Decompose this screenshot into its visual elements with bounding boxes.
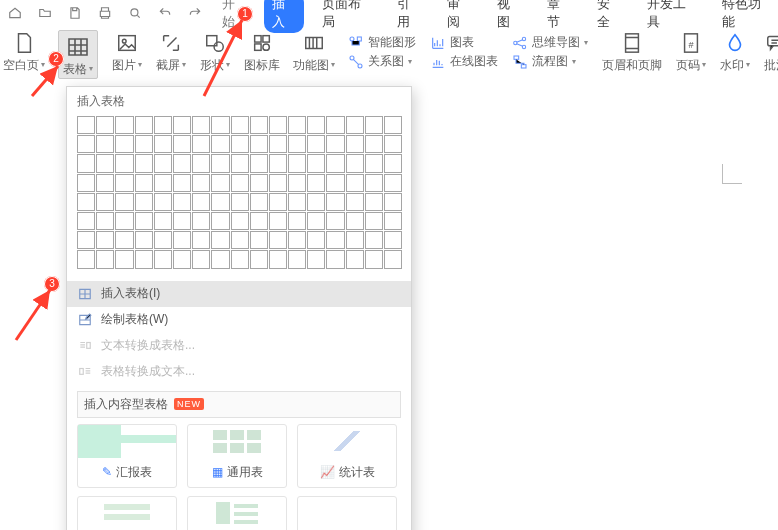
- dd-insert-table[interactable]: 插入表格(I): [67, 281, 411, 307]
- grid-cell[interactable]: [346, 212, 364, 230]
- grid-cell[interactable]: [211, 135, 229, 153]
- grid-cell[interactable]: [115, 231, 133, 249]
- grid-cell[interactable]: [77, 116, 95, 134]
- tab-chapter[interactable]: 章节: [539, 0, 579, 33]
- grid-cell[interactable]: [154, 231, 172, 249]
- dd-draw-table[interactable]: 绘制表格(W): [67, 307, 411, 333]
- qa-open-icon[interactable]: [36, 4, 54, 22]
- grid-cell[interactable]: [307, 212, 325, 230]
- grid-cell[interactable]: [269, 193, 287, 211]
- grid-cell[interactable]: [154, 250, 172, 268]
- ribbon-blank-page[interactable]: 空白页▾: [4, 30, 44, 71]
- grid-cell[interactable]: [250, 116, 268, 134]
- grid-cell[interactable]: [173, 231, 191, 249]
- grid-cell[interactable]: [135, 193, 153, 211]
- grid-cell[interactable]: [269, 231, 287, 249]
- tab-view[interactable]: 视图: [489, 0, 529, 33]
- grid-cell[interactable]: [96, 174, 114, 192]
- ribbon-flow[interactable]: 流程图▾: [512, 53, 588, 70]
- grid-cell[interactable]: [231, 250, 249, 268]
- grid-cell[interactable]: [135, 250, 153, 268]
- ribbon-header-footer[interactable]: 页眉和页脚: [602, 30, 662, 71]
- grid-cell[interactable]: [192, 135, 210, 153]
- grid-cell[interactable]: [250, 135, 268, 153]
- grid-cell[interactable]: [77, 154, 95, 172]
- ribbon-icon-lib[interactable]: 图标库: [244, 30, 280, 71]
- grid-cell[interactable]: [269, 116, 287, 134]
- tab-dev[interactable]: 开发工具: [639, 0, 703, 33]
- tab-review[interactable]: 审阅: [439, 0, 479, 33]
- grid-cell[interactable]: [135, 174, 153, 192]
- grid-cell[interactable]: [250, 212, 268, 230]
- grid-cell[interactable]: [365, 193, 383, 211]
- grid-cell[interactable]: [211, 231, 229, 249]
- grid-cell[interactable]: [173, 250, 191, 268]
- grid-cell[interactable]: [77, 135, 95, 153]
- grid-cell[interactable]: [96, 135, 114, 153]
- grid-cell[interactable]: [365, 174, 383, 192]
- ribbon-watermark[interactable]: 水印▾: [720, 30, 750, 71]
- grid-cell[interactable]: [346, 116, 364, 134]
- grid-cell[interactable]: [250, 154, 268, 172]
- grid-cell[interactable]: [192, 174, 210, 192]
- ribbon-online-chart[interactable]: 在线图表: [430, 53, 498, 70]
- tab-special[interactable]: 特色功能: [714, 0, 778, 33]
- grid-cell[interactable]: [326, 231, 344, 249]
- grid-cell[interactable]: [173, 116, 191, 134]
- grid-cell[interactable]: [154, 174, 172, 192]
- grid-cell[interactable]: [135, 116, 153, 134]
- ribbon-annotate[interactable]: 批注: [764, 30, 778, 71]
- ribbon-chart[interactable]: 图表: [430, 34, 498, 51]
- grid-cell[interactable]: [115, 135, 133, 153]
- ribbon-picture[interactable]: 图片▾: [112, 30, 142, 71]
- grid-cell[interactable]: [115, 193, 133, 211]
- grid-cell[interactable]: [154, 212, 172, 230]
- grid-cell[interactable]: [326, 116, 344, 134]
- grid-cell[interactable]: [326, 193, 344, 211]
- grid-cell[interactable]: [231, 212, 249, 230]
- ribbon-page-number[interactable]: # 页码▾: [676, 30, 706, 71]
- ribbon-relation[interactable]: 关系图▾: [348, 53, 416, 70]
- grid-cell[interactable]: [307, 231, 325, 249]
- tmpl-asset[interactable]: ⧈物资表: [77, 496, 177, 531]
- grid-cell[interactable]: [307, 135, 325, 153]
- grid-cell[interactable]: [135, 154, 153, 172]
- grid-cell[interactable]: [77, 193, 95, 211]
- grid-cell[interactable]: [384, 154, 402, 172]
- grid-cell[interactable]: [307, 250, 325, 268]
- grid-cell[interactable]: [384, 174, 402, 192]
- grid-cell[interactable]: [173, 154, 191, 172]
- grid-cell[interactable]: [154, 193, 172, 211]
- grid-cell[interactable]: [173, 174, 191, 192]
- grid-cell[interactable]: [154, 154, 172, 172]
- grid-cell[interactable]: [269, 135, 287, 153]
- grid-cell[interactable]: [231, 135, 249, 153]
- grid-cell[interactable]: [288, 250, 306, 268]
- grid-cell[interactable]: [346, 193, 364, 211]
- grid-cell[interactable]: [365, 231, 383, 249]
- tab-ref[interactable]: 引用: [389, 0, 429, 33]
- grid-cell[interactable]: [115, 250, 133, 268]
- grid-cell[interactable]: [96, 116, 114, 134]
- grid-cell[interactable]: [211, 154, 229, 172]
- grid-cell[interactable]: [326, 212, 344, 230]
- qa-undo-icon[interactable]: [156, 4, 174, 22]
- qa-preview-icon[interactable]: [126, 4, 144, 22]
- grid-cell[interactable]: [269, 174, 287, 192]
- grid-cell[interactable]: [365, 154, 383, 172]
- grid-cell[interactable]: [192, 212, 210, 230]
- grid-cell[interactable]: [250, 174, 268, 192]
- grid-cell[interactable]: [192, 116, 210, 134]
- tmpl-stats[interactable]: 📈统计表: [297, 424, 397, 488]
- grid-cell[interactable]: [326, 154, 344, 172]
- grid-cell[interactable]: [307, 174, 325, 192]
- qa-home-icon[interactable]: [6, 4, 24, 22]
- grid-cell[interactable]: [288, 174, 306, 192]
- grid-cell[interactable]: [250, 250, 268, 268]
- grid-cell[interactable]: [307, 154, 325, 172]
- grid-cell[interactable]: [288, 231, 306, 249]
- grid-cell[interactable]: [192, 231, 210, 249]
- grid-cell[interactable]: [346, 231, 364, 249]
- grid-cell[interactable]: [250, 231, 268, 249]
- grid-cell[interactable]: [288, 135, 306, 153]
